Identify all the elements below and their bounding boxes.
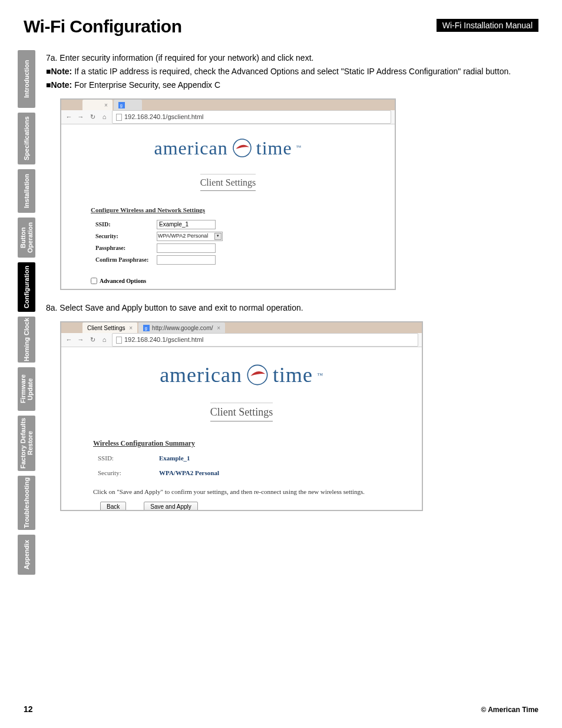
- browser-address-bar: ← → ↻ ⌂ 192.168.240.1/gsclient.html: [61, 110, 395, 124]
- note-1: ■Note: If a static IP address is require…: [46, 65, 541, 78]
- browser-tab-bar: × g: [61, 100, 395, 110]
- google-icon: g: [118, 102, 125, 108]
- reload-icon[interactable]: ↻: [88, 336, 97, 344]
- content-area: 7a. Enter security information (if requi…: [46, 52, 541, 523]
- browser-tab-bar: Client Settings × ghttp://www.google.com…: [61, 322, 422, 333]
- confirm-passphrase-label: Confirm Passphrase:: [95, 255, 157, 264]
- logo-icon: [246, 363, 269, 387]
- confirm-passphrase-input[interactable]: [157, 255, 216, 265]
- nav-tab-appendix[interactable]: Appendix: [18, 535, 35, 575]
- nav-tab-factory-defaults-restore[interactable]: Factory Defaults Restore: [18, 416, 35, 471]
- screenshot-config-summary: Client Settings × ghttp://www.google.com…: [60, 321, 423, 511]
- ssid-label: SSID:: [98, 453, 159, 463]
- url-field[interactable]: 192.168.240.1/gsclient.html: [112, 333, 418, 347]
- logo: american time™: [81, 359, 402, 391]
- chevron-down-icon: ▾: [214, 233, 222, 240]
- file-icon: [116, 337, 122, 344]
- step-8a: 8a. Select Save and Apply button to save…: [46, 302, 541, 314]
- forward-icon[interactable]: →: [77, 336, 85, 344]
- logo: american time™: [79, 134, 377, 162]
- page-title: Wi-Fi Configuration: [24, 17, 182, 37]
- ssid-value: Example_1: [159, 453, 190, 463]
- advanced-checkbox[interactable]: [91, 278, 97, 284]
- note-2: ■Note: For Enterprise Security, see Appe…: [46, 79, 541, 91]
- browser-tab[interactable]: ×: [82, 100, 113, 110]
- button-row: Back Save and Apply: [100, 502, 402, 512]
- browser-tab-google[interactable]: ghttp://www.google.com/ ×: [138, 322, 225, 333]
- back-button[interactable]: Back: [100, 502, 126, 512]
- security-select[interactable]: WPA/WPA2 Personal▾: [157, 232, 223, 241]
- svg-point-5: [247, 365, 267, 384]
- back-icon[interactable]: ←: [65, 336, 73, 344]
- back-icon[interactable]: ←: [65, 113, 73, 121]
- file-icon: [116, 114, 122, 121]
- button-row: Back Next: [97, 289, 377, 291]
- url-field[interactable]: 192.168.240.1/gsclient.html: [112, 110, 391, 124]
- passphrase-input[interactable]: [157, 243, 216, 253]
- svg-text:g: g: [145, 325, 147, 331]
- browser-tab-client[interactable]: Client Settings ×: [82, 322, 137, 333]
- page-body: american time™ Client Settings Configure…: [61, 124, 395, 289]
- nav-tab-configuration[interactable]: Configuration: [18, 262, 35, 312]
- back-button[interactable]: Back: [97, 289, 123, 291]
- home-icon[interactable]: ⌂: [100, 113, 108, 121]
- nav-tab-firmware-update[interactable]: Firmware Update: [18, 367, 35, 411]
- client-settings-title: Client Settings: [200, 174, 256, 191]
- section-title: Configure Wireless and Network Settings: [91, 205, 377, 215]
- save-hint: Click on "Save and Apply" to confirm you…: [93, 487, 402, 497]
- svg-text:g: g: [120, 103, 123, 108]
- browser-tab-2[interactable]: g: [114, 100, 142, 110]
- summary-ssid-row: SSID: Example_1: [98, 453, 402, 463]
- save-apply-button[interactable]: Save and Apply: [144, 502, 198, 512]
- next-button[interactable]: Next: [137, 289, 162, 291]
- page-number: 12: [24, 704, 33, 714]
- passphrase-label: Passphrase:: [95, 243, 157, 252]
- confirm-passphrase-row: Confirm Passphrase:: [95, 255, 377, 265]
- ssid-label: SSID:: [95, 220, 157, 229]
- ssid-input[interactable]: [157, 220, 216, 229]
- security-label: Security:: [98, 468, 159, 478]
- manual-badge: Wi-Fi Installation Manual: [437, 19, 538, 32]
- nav-tab-specifications[interactable]: Specifications: [18, 113, 35, 164]
- forward-icon[interactable]: →: [77, 113, 85, 121]
- logo-icon: [232, 137, 253, 159]
- passphrase-row: Passphrase:: [95, 243, 377, 253]
- advanced-label: Advanced Options: [100, 276, 146, 285]
- nav-tab-troubleshooting[interactable]: Troubleshooting: [18, 476, 35, 530]
- advanced-options[interactable]: Advanced Options: [91, 276, 377, 285]
- browser-address-bar: ← → ↻ ⌂ 192.168.240.1/gsclient.html: [61, 333, 422, 347]
- security-label: Security:: [95, 232, 157, 241]
- ssid-row: SSID:: [95, 220, 377, 229]
- security-value: WPA/WPA2 Personal: [159, 468, 219, 478]
- security-row: Security: WPA/WPA2 Personal▾: [95, 232, 377, 241]
- side-tabs: IntroductionSpecificationsInstallationBu…: [18, 50, 35, 575]
- svg-point-2: [233, 139, 251, 157]
- nav-tab-button-operation[interactable]: Button Operation: [18, 218, 35, 258]
- section-summary-title: Wireless Configuration Summary: [93, 438, 402, 449]
- client-settings-title: Client Settings: [210, 403, 273, 421]
- step-7a: 7a. Enter security information (if requi…: [46, 52, 541, 64]
- reload-icon[interactable]: ↻: [88, 113, 97, 121]
- copyright: © American Time: [481, 706, 538, 714]
- nav-tab-introduction[interactable]: Introduction: [18, 50, 35, 108]
- summary-security-row: Security: WPA/WPA2 Personal: [98, 468, 402, 478]
- screenshot-client-settings-form: × g ← → ↻ ⌂ 192.168.240.1/gsclient.html …: [60, 98, 396, 290]
- page-body: american time™ Client Settings Wireless …: [61, 347, 422, 510]
- nav-tab-homing-clock[interactable]: Homing Clock: [18, 317, 35, 363]
- nav-tab-installation[interactable]: Installation: [18, 169, 35, 213]
- google-icon: g: [143, 325, 150, 331]
- home-icon[interactable]: ⌂: [100, 336, 108, 344]
